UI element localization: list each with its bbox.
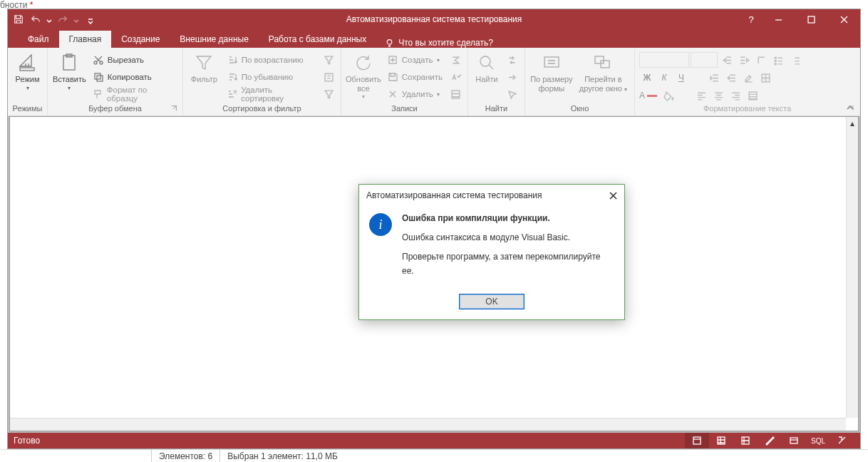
redo-icon[interactable]	[56, 13, 69, 26]
format-painter-button[interactable]: Формат по образцу	[90, 86, 178, 102]
indent-left-button[interactable]	[719, 52, 735, 68]
svg-rect-14	[595, 56, 604, 63]
tab-create[interactable]: Создание	[111, 31, 170, 48]
toggle-filter-button[interactable]	[321, 86, 336, 102]
sort-asc-button[interactable]: По возрастанию	[224, 52, 318, 68]
dialog-close-button[interactable]	[604, 188, 621, 203]
delete-record-button[interactable]: Удалить ▾	[384, 86, 445, 102]
group-views: Режим ▾ Режимы	[8, 48, 48, 115]
filter-button[interactable]: Фильтр	[187, 49, 221, 84]
goto-button[interactable]	[504, 69, 520, 85]
switch-window-button[interactable]: Перейти в другое окно ▾	[577, 49, 630, 93]
gridlines-button[interactable]	[758, 70, 773, 86]
copy-button[interactable]: Копировать	[90, 69, 178, 85]
align-right-button[interactable]	[728, 88, 743, 103]
spelling-button[interactable]	[448, 69, 464, 85]
funnel-icon	[193, 52, 215, 73]
tab-database-tools[interactable]: Работа с базами данных	[259, 31, 376, 48]
tab-home[interactable]: Главная	[59, 31, 112, 48]
view-switcher: SQL	[685, 433, 854, 448]
maximize-button[interactable]	[795, 9, 827, 29]
italic-button[interactable]: К	[656, 70, 672, 86]
text-dir-button[interactable]	[753, 52, 769, 68]
tab-file[interactable]: Файл	[18, 31, 59, 48]
svg-point-1	[388, 39, 393, 44]
lightbulb-icon	[385, 38, 394, 48]
svg-rect-24	[790, 438, 797, 443]
dialog-ok-button[interactable]: OK	[459, 294, 525, 309]
form-view-button[interactable]	[685, 433, 709, 448]
group-window: По размеру формы Перейти в другое окно ▾…	[525, 48, 635, 115]
tell-me-search[interactable]: Что вы хотите сделать?	[376, 38, 502, 48]
close-button[interactable]	[827, 9, 860, 29]
alt-fill-button[interactable]	[745, 88, 760, 103]
last-view-button[interactable]	[830, 433, 854, 448]
info-icon: i	[369, 213, 392, 236]
vertical-scrollbar[interactable]: ▴	[846, 117, 858, 418]
replace-button[interactable]	[504, 52, 520, 68]
bold-button[interactable]: Ж	[639, 70, 655, 86]
dialog-title-bar: Автоматизированная система тестирования	[359, 185, 624, 206]
sort-desc-button[interactable]: По убыванию	[224, 69, 318, 85]
clipboard-launcher-icon[interactable]	[170, 105, 178, 113]
tab-external-data[interactable]: Внешние данные	[170, 31, 259, 48]
redo-dropdown-icon[interactable]	[73, 16, 79, 22]
undo-dropdown-icon[interactable]	[46, 16, 52, 22]
sort-asc-icon	[227, 54, 238, 66]
group-clipboard-label: Буфер обмена	[52, 104, 178, 115]
size-combo[interactable]	[691, 52, 718, 68]
save-icon[interactable]	[12, 13, 25, 26]
svg-rect-21	[693, 437, 701, 444]
group-records: Обновить все ▾ Создать ▾ Сохранить Удали…	[341, 48, 468, 115]
cut-button[interactable]: Вырезать	[90, 52, 178, 68]
find-button[interactable]: Найти	[472, 49, 501, 84]
font-combo[interactable]	[639, 52, 689, 68]
view-button[interactable]: Режим ▾	[12, 49, 43, 91]
refresh-all-button[interactable]: Обновить все ▾	[346, 49, 381, 100]
horizontal-scrollbar[interactable]	[10, 418, 846, 431]
decrease-indent-button[interactable]	[706, 70, 722, 86]
bullets-button[interactable]	[770, 52, 786, 68]
sort-desc-icon	[227, 71, 238, 83]
save-record-button[interactable]: Сохранить	[384, 69, 445, 85]
font-color-button[interactable]: A	[639, 88, 659, 103]
indent-right-button[interactable]	[736, 52, 752, 68]
selection-filter-button[interactable]	[321, 52, 336, 68]
svg-point-6	[100, 61, 103, 64]
datasheet-view-button[interactable]	[709, 433, 733, 448]
ribbon-tabs: Файл Главная Создание Внешние данные Раб…	[8, 29, 860, 48]
paste-button[interactable]: Вставить ▾	[52, 49, 87, 91]
sql-view-button[interactable]: SQL	[806, 433, 830, 448]
svg-rect-15	[601, 61, 609, 68]
new-record-button[interactable]: Создать ▾	[384, 52, 445, 68]
totals-button[interactable]	[448, 52, 464, 68]
select-button[interactable]	[504, 86, 520, 102]
underline-button[interactable]: Ч	[673, 70, 689, 86]
undo-icon[interactable]	[29, 13, 42, 26]
another-view-button[interactable]	[782, 433, 806, 448]
align-left-button[interactable]	[693, 88, 709, 103]
numbering-button[interactable]	[787, 52, 803, 68]
minimize-button[interactable]	[762, 9, 795, 29]
help-button[interactable]: ?	[740, 9, 762, 29]
svg-rect-8	[97, 76, 103, 81]
group-find-label: Найти	[472, 104, 520, 115]
advanced-filter-button[interactable]	[321, 69, 336, 85]
increase-indent-button[interactable]	[723, 70, 739, 86]
collapse-ribbon-icon[interactable]	[846, 104, 856, 114]
layout-view-button[interactable]	[733, 433, 758, 448]
dialog-message: Ошибка при компиляции функции. Ошибка си…	[402, 212, 614, 284]
qat-customize-icon[interactable]	[88, 16, 93, 22]
scroll-up-icon[interactable]: ▴	[847, 117, 858, 129]
copy-icon	[93, 71, 104, 83]
magnifier-icon	[476, 52, 497, 73]
design-view-button[interactable]	[758, 433, 782, 448]
align-center-button[interactable]	[711, 88, 726, 103]
remove-sort-button[interactable]: Удалить сортировку	[224, 86, 318, 102]
fill-color-button[interactable]	[661, 88, 676, 103]
fit-form-button[interactable]: По размеру формы	[529, 49, 574, 93]
highlight-button[interactable]	[740, 70, 756, 86]
disk-icon	[387, 71, 398, 83]
more-records-button[interactable]	[448, 86, 464, 102]
paintbrush-icon	[93, 88, 103, 100]
